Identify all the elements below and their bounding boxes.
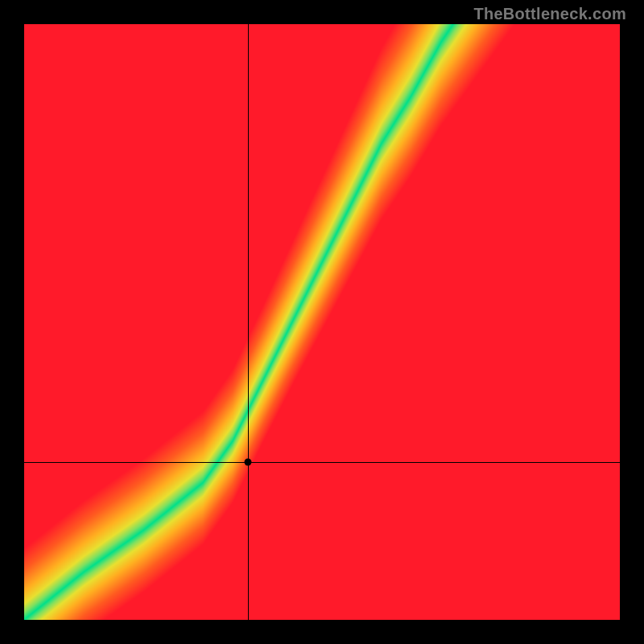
heatmap-plot [24,24,620,620]
watermark-text: TheBottleneck.com [473,5,626,23]
crosshair-horizontal [24,462,620,463]
data-point-marker [244,458,251,465]
chart-container: TheBottleneck.com [0,0,644,644]
crosshair-vertical [248,24,249,620]
heatmap-canvas [24,24,620,620]
